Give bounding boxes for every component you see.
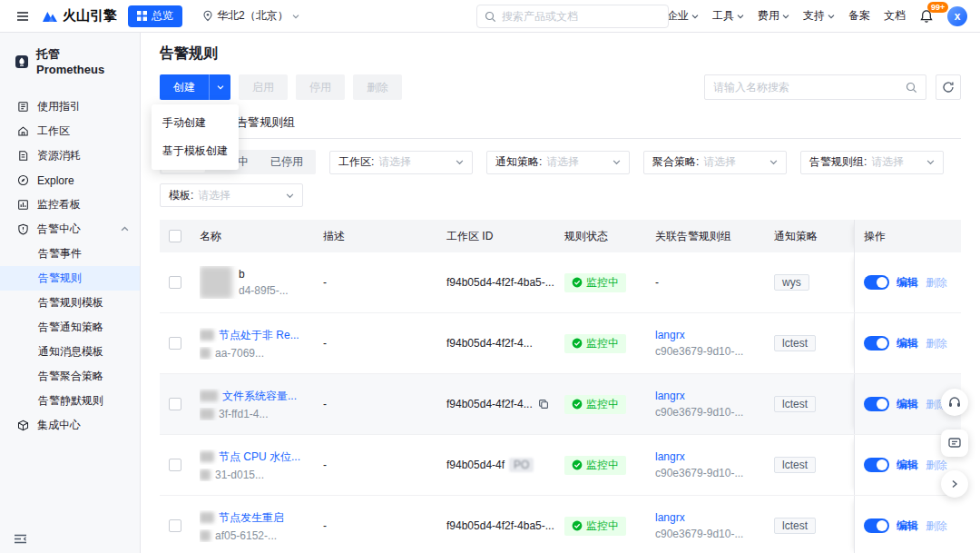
volcengine-logo[interactable]: 火山引擎 (42, 7, 117, 25)
notifications-button[interactable]: 99+ (919, 9, 934, 24)
rule-name-link[interactable]: 节点 CPU 水位... (219, 449, 300, 465)
volcengine-logo-icon (42, 9, 58, 24)
row-checkbox[interactable] (169, 459, 181, 471)
tab-alert-rule-groups[interactable]: 告警规则组 (234, 108, 297, 138)
delete-button[interactable]: 删除 (353, 74, 402, 100)
workspace-id: f94b05d4-4f2f-4ba5-... (437, 496, 555, 553)
sidebar-item-aggregation-policies[interactable]: 告警聚合策略 (0, 364, 140, 389)
sidebar-item-alert-events[interactable]: 告警事件 (0, 242, 140, 266)
sidebar-item-resource[interactable]: 资源消耗 (0, 143, 140, 168)
rule-group-link[interactable]: langrx (655, 511, 743, 524)
edit-link[interactable]: 编辑 (897, 518, 918, 534)
edit-link[interactable]: 编辑 (897, 458, 918, 473)
edit-link[interactable]: 编辑 (897, 397, 918, 412)
status-badge: 监控中 (564, 517, 626, 536)
sidebar-item-integration[interactable]: 集成中心 (0, 413, 140, 438)
delete-link[interactable]: 删除 (926, 275, 947, 291)
sidebar-item-explore[interactable]: Explore (0, 168, 140, 193)
row-checkbox[interactable] (169, 398, 181, 410)
rule-name-link[interactable]: 节点处于非 Re... (219, 328, 299, 343)
status-toggle[interactable] (864, 397, 889, 411)
row-checkbox[interactable] (169, 276, 181, 289)
status-toggle[interactable] (864, 275, 889, 290)
select-all-checkbox[interactable] (169, 230, 181, 242)
template-filter-select[interactable]: 模板:请选择 (160, 183, 303, 207)
chevron-down-icon (691, 13, 699, 20)
name-search[interactable] (704, 74, 926, 100)
sidebar-item-alert-notify-policies[interactable]: 告警通知策略 (0, 315, 140, 340)
redacted-block (200, 451, 214, 462)
rule-name-link[interactable]: 文件系统容量... (222, 389, 297, 404)
sidebar-item-guide[interactable]: 使用指引 (0, 94, 140, 119)
sidebar-item-alert-center[interactable]: 告警中心 (0, 217, 140, 242)
check-circle-icon (572, 399, 583, 410)
status-toggle[interactable] (864, 518, 889, 533)
menu-item-template-create[interactable]: 基于模板创建 (152, 137, 239, 165)
global-search[interactable] (476, 5, 669, 28)
sidebar-item-dashboard[interactable]: 监控看板 (0, 193, 140, 217)
aggregation-policy-filter-select[interactable]: 聚合策略:请选择 (643, 151, 787, 174)
edit-link[interactable]: 编辑 (897, 336, 918, 351)
copy-icon[interactable] (538, 399, 549, 410)
redacted-chip: PO (509, 458, 534, 472)
nav-docs[interactable]: 文档 (884, 8, 906, 24)
chevron-down-icon (286, 192, 294, 200)
row-checkbox[interactable] (169, 337, 181, 350)
rule-name-link[interactable]: 节点发生重启 (219, 510, 284, 526)
feedback-chat-icon (947, 436, 962, 450)
status-toggle[interactable] (864, 336, 889, 351)
workspace-id: f94b05d4-4f (446, 459, 505, 471)
name-search-input[interactable] (713, 81, 900, 94)
sidebar-collapse-icon[interactable] (14, 533, 27, 545)
sidebar-item-workspace[interactable]: 工作区 (0, 119, 140, 143)
region-selector[interactable]: 华北2（北京） (202, 8, 299, 24)
filter-row: 全部 监控中 已停用 工作区:请选择 通知策略:请选择 聚合策略:请选择 告警规… (160, 150, 961, 174)
feedback-button[interactable] (941, 430, 968, 457)
page-title: 告警规则 (160, 45, 961, 62)
delete-link[interactable]: 删除 (926, 336, 947, 351)
edit-link[interactable]: 编辑 (897, 275, 918, 291)
customer-service-button[interactable] (941, 389, 968, 416)
nav-enterprise[interactable]: 企业 (667, 8, 699, 24)
hamburger-menu-icon[interactable] (13, 6, 33, 26)
rule-group-link[interactable]: langrx (655, 390, 743, 402)
redacted-block (200, 512, 214, 523)
floating-buttons (941, 389, 968, 498)
delete-link[interactable]: 删除 (926, 518, 947, 534)
redacted-block (200, 530, 211, 541)
create-button[interactable]: 创建 (160, 74, 230, 100)
rule-group-link[interactable]: langrx (655, 329, 743, 341)
chevron-down-icon (737, 13, 744, 20)
rule-group-link[interactable]: langrx (655, 450, 743, 463)
overview-button[interactable]: 总览 (128, 5, 182, 27)
product-title[interactable]: 托管 Prometheus (0, 33, 140, 89)
rule-desc: - (314, 496, 437, 553)
nav-beian[interactable]: 备案 (848, 8, 870, 24)
row-checkbox[interactable] (169, 519, 181, 532)
policy-tag: lctest (774, 335, 816, 351)
create-dropdown-arrow-icon[interactable] (209, 74, 230, 100)
refresh-button[interactable] (936, 74, 961, 100)
avatar[interactable]: x (947, 6, 967, 26)
expand-panel-button[interactable] (941, 470, 968, 498)
status-toggle[interactable] (864, 458, 889, 472)
sidebar-item-message-templates[interactable]: 通知消息模板 (0, 340, 140, 364)
sidebar-item-alert-rule-templates[interactable]: 告警规则模板 (0, 291, 140, 315)
rule-desc: - (314, 435, 437, 495)
enable-button[interactable]: 启用 (239, 74, 288, 100)
segment-stopped[interactable]: 已停用 (260, 152, 314, 173)
notify-policy-filter-select[interactable]: 通知策略:请选择 (486, 151, 630, 174)
check-circle-icon (572, 277, 583, 288)
disable-button[interactable]: 停用 (296, 74, 345, 100)
tab-bar: 告警规则 告警规则组 (160, 108, 961, 139)
table-header: 名称 描述 工作区 ID 规则状态 关联告警规则组 通知策略 操作 (160, 220, 961, 252)
workspace-filter-select[interactable]: 工作区:请选择 (329, 151, 473, 174)
nav-billing[interactable]: 费用 (758, 8, 789, 24)
global-search-input[interactable] (502, 10, 661, 23)
sidebar-item-alert-rules[interactable]: 告警规则 (0, 266, 140, 291)
rule-group-filter-select[interactable]: 告警规则组:请选择 (800, 151, 944, 174)
nav-support[interactable]: 支持 (803, 8, 835, 24)
nav-tools[interactable]: 工具 (712, 8, 744, 24)
sidebar-item-silence-rules[interactable]: 告警静默规则 (0, 389, 140, 413)
menu-item-manual-create[interactable]: 手动创建 (152, 109, 239, 137)
